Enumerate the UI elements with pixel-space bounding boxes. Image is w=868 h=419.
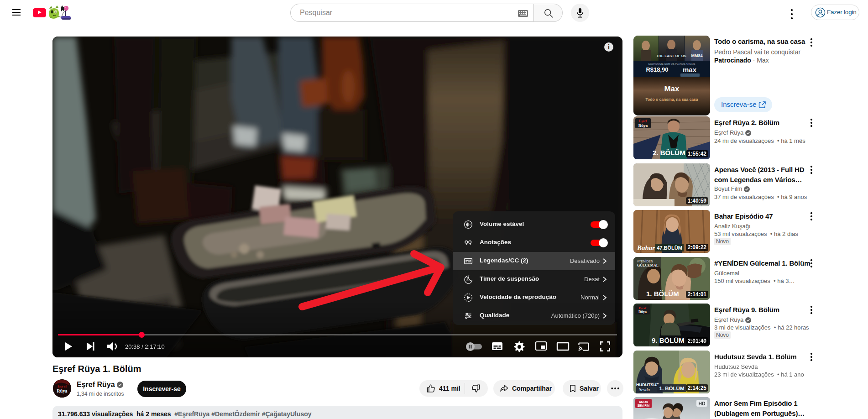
svg-text:1. BÖLÜM: 1. BÖLÜM	[646, 290, 679, 298]
svg-text:47.BÖLÜM: 47.BÖLÜM	[657, 245, 682, 251]
svg-text:Bahar: Bahar	[637, 244, 655, 251]
svg-text:HUDUTSUZ: HUDUTSUZ	[636, 382, 659, 387]
svg-text:#YENİDEN: #YENİDEN	[637, 259, 653, 263]
svg-text:Eşref: Eşref	[639, 119, 647, 123]
svg-text:Eşref: Eşref	[58, 384, 67, 388]
svg-text:GÜLCEMAL: GÜLCEMAL	[637, 263, 659, 267]
svg-text:R$18,90: R$18,90	[646, 66, 668, 73]
svg-text:Rüya: Rüya	[638, 123, 648, 128]
svg-text:Rüya: Rüya	[638, 310, 647, 314]
svg-text:20:38 / 2:17:10: 20:38 / 2:17:10	[125, 343, 165, 350]
svg-text:9. BÖLÜM: 9. BÖLÜM	[652, 336, 685, 344]
svg-text:MM84: MM84	[691, 53, 702, 58]
svg-text:1. BÖLÜM: 1. BÖLÜM	[659, 386, 685, 391]
svg-text:Rüya: Rüya	[57, 388, 68, 393]
svg-text:Eşref: Eşref	[639, 306, 646, 310]
svg-text:AMOR: AMOR	[639, 400, 648, 403]
svg-text:max: max	[683, 66, 697, 73]
svg-text:Max: Max	[664, 84, 680, 93]
svg-text:HD: HD	[698, 401, 706, 406]
svg-text:2. BÖLÜM: 2. BÖLÜM	[653, 149, 685, 157]
svg-text:SEM FIM: SEM FIM	[637, 404, 649, 407]
svg-text:ECONOMIZE COM OS PLANOS ANUAIS: ECONOMIZE COM OS PLANOS ANUAIS	[648, 63, 695, 65]
svg-text:Todo o carisma, na sua casa: Todo o carisma, na sua casa	[645, 97, 698, 102]
svg-text:THE LAST OF US: THE LAST OF US	[656, 54, 686, 58]
svg-text:Sevda: Sevda	[639, 387, 650, 392]
